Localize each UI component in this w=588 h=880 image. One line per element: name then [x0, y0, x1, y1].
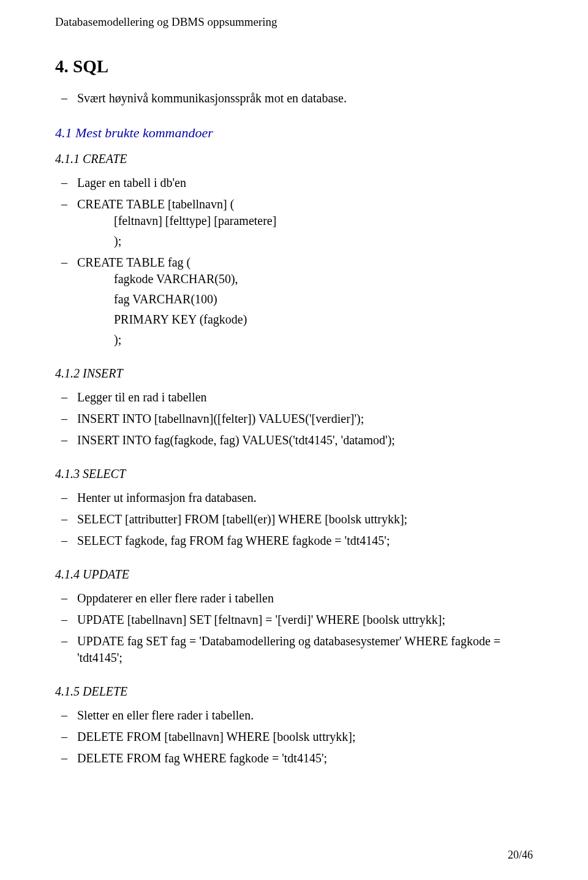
section-heading-4-1-4: 4.1.4 UPDATE	[55, 567, 533, 582]
code-line: );	[114, 233, 533, 249]
list-item: INSERT INTO [tabellnavn]([felter]) VALUE…	[77, 411, 533, 427]
list-item: Sletter en eller flere rader i tabellen.	[77, 707, 533, 724]
list-item: CREATE TABLE fag ( fagkode VARCHAR(50), …	[77, 254, 533, 348]
list-item: DELETE FROM fag WHERE fagkode = 'tdt4145…	[77, 750, 533, 767]
code-line: fag VARCHAR(100)	[114, 291, 533, 308]
list-item: DELETE FROM [tabellnavn] WHERE [boolsk u…	[77, 729, 533, 745]
list-item: Lager en tabell i db'en	[77, 175, 533, 191]
code-line: fagkode VARCHAR(50),	[114, 271, 533, 287]
list-item: Oppdaterer en eller flere rader i tabell…	[77, 590, 533, 607]
list-item: INSERT INTO fag(fagkode, fag) VALUES('td…	[77, 432, 533, 449]
list-text: CREATE TABLE fag (	[77, 256, 190, 269]
running-header: Databasemodellering og DBMS oppsummering	[55, 15, 533, 29]
code-line: [feltnavn] [felttype] [parametere]	[114, 213, 533, 229]
section-heading-4-1-2: 4.1.2 INSERT	[55, 366, 533, 381]
list-item: SELECT [attributter] FROM [tabell(er)] W…	[77, 511, 533, 528]
list-item: CREATE TABLE [tabellnavn] ( [feltnavn] […	[77, 196, 533, 249]
section-heading-4-1: 4.1 Mest brukte kommandoer	[55, 125, 533, 141]
code-line: PRIMARY KEY (fagkode)	[114, 311, 533, 328]
list-item: UPDATE [tabellnavn] SET [feltnavn] = '[v…	[77, 612, 533, 628]
list-item: Legger til en rad i tabellen	[77, 389, 533, 406]
list-item: SELECT fagkode, fag FROM fag WHERE fagko…	[77, 533, 533, 549]
list-item: Henter ut informasjon fra databasen.	[77, 490, 533, 506]
section-heading-4-1-5: 4.1.5 DELETE	[55, 685, 533, 699]
section-heading-4-1-1: 4.1.1 CREATE	[55, 152, 533, 166]
list-item: UPDATE fag SET fag = 'Databamodellering …	[77, 633, 533, 666]
list-item: Svært høynivå kommunikasjonsspråk mot en…	[77, 90, 533, 107]
section-heading-4: 4. SQL	[55, 56, 533, 77]
list-text: CREATE TABLE [tabellnavn] (	[77, 197, 234, 211]
section-heading-4-1-3: 4.1.3 SELECT	[55, 467, 533, 481]
page-number: 20/46	[508, 849, 533, 862]
code-line: );	[114, 332, 533, 348]
